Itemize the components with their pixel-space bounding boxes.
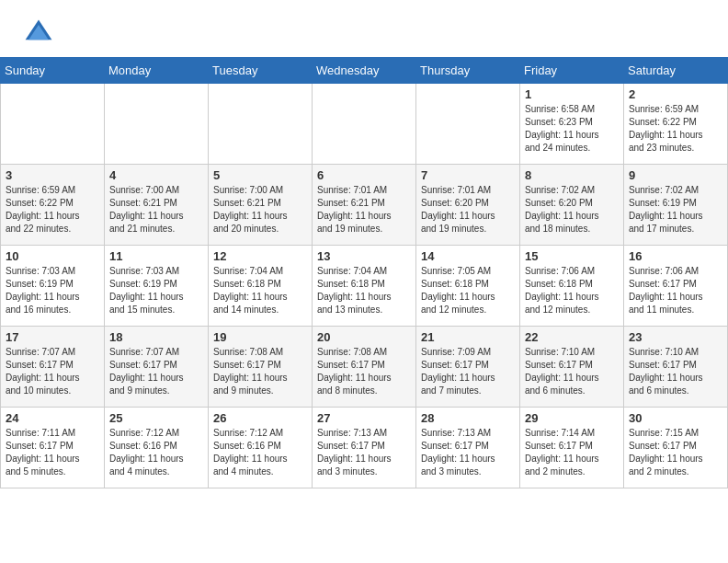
day-info: Sunrise: 7:04 AM Sunset: 6:18 PM Dayligh… [213,265,307,316]
calendar-cell: 30Sunrise: 7:15 AM Sunset: 6:17 PM Dayli… [624,408,728,488]
day-info: Sunrise: 7:01 AM Sunset: 6:20 PM Dayligh… [421,184,515,236]
calendar-cell: 21Sunrise: 7:09 AM Sunset: 6:17 PM Dayli… [416,327,520,408]
calendar-cell: 26Sunrise: 7:12 AM Sunset: 6:16 PM Dayli… [209,408,313,488]
day-info: Sunrise: 7:05 AM Sunset: 6:18 PM Dayligh… [421,265,515,316]
calendar-cell: 13Sunrise: 7:04 AM Sunset: 6:18 PM Dayli… [313,246,416,327]
day-info: Sunrise: 7:07 AM Sunset: 6:17 PM Dayligh… [6,346,99,397]
day-number: 13 [317,249,411,263]
calendar-cell: 24Sunrise: 7:11 AM Sunset: 6:17 PM Dayli… [1,408,105,488]
calendar-cell: 18Sunrise: 7:07 AM Sunset: 6:17 PM Dayli… [105,327,209,408]
calendar-week-row: 10Sunrise: 7:03 AM Sunset: 6:19 PM Dayli… [1,246,728,327]
weekday-header: Sunday [1,58,105,84]
calendar-cell [1,84,105,165]
calendar-cell: 25Sunrise: 7:12 AM Sunset: 6:16 PM Dayli… [105,408,209,488]
day-info: Sunrise: 7:09 AM Sunset: 6:17 PM Dayligh… [421,346,515,397]
calendar-cell: 15Sunrise: 7:06 AM Sunset: 6:18 PM Dayli… [520,246,624,327]
day-info: Sunrise: 7:00 AM Sunset: 6:21 PM Dayligh… [213,184,307,236]
calendar-cell: 10Sunrise: 7:03 AM Sunset: 6:19 PM Dayli… [1,246,105,327]
day-info: Sunrise: 7:11 AM Sunset: 6:17 PM Dayligh… [6,427,99,478]
calendar-cell: 17Sunrise: 7:07 AM Sunset: 6:17 PM Dayli… [1,327,105,408]
day-number: 20 [317,330,411,344]
day-number: 30 [629,411,722,425]
day-info: Sunrise: 7:06 AM Sunset: 6:17 PM Dayligh… [629,265,722,316]
day-info: Sunrise: 7:08 AM Sunset: 6:17 PM Dayligh… [317,346,411,397]
day-number: 6 [317,168,411,182]
day-info: Sunrise: 6:59 AM Sunset: 6:22 PM Dayligh… [6,184,99,236]
calendar-cell: 22Sunrise: 7:10 AM Sunset: 6:17 PM Dayli… [520,327,624,408]
weekday-header: Friday [520,58,624,84]
day-number: 22 [525,330,619,344]
day-number: 1 [525,87,619,101]
day-number: 9 [629,168,722,182]
day-number: 12 [213,249,307,263]
day-number: 3 [6,168,99,182]
calendar-cell: 28Sunrise: 7:13 AM Sunset: 6:17 PM Dayli… [416,408,520,488]
logo [22,17,59,50]
day-number: 16 [629,249,722,263]
weekday-header-row: SundayMondayTuesdayWednesdayThursdayFrid… [1,58,728,84]
calendar-cell: 20Sunrise: 7:08 AM Sunset: 6:17 PM Dayli… [313,327,416,408]
calendar-cell: 16Sunrise: 7:06 AM Sunset: 6:17 PM Dayli… [624,246,728,327]
day-number: 4 [109,168,203,182]
day-number: 26 [213,411,307,425]
day-info: Sunrise: 7:13 AM Sunset: 6:17 PM Dayligh… [421,427,515,478]
day-number: 7 [421,168,515,182]
calendar-cell: 14Sunrise: 7:05 AM Sunset: 6:18 PM Dayli… [416,246,520,327]
calendar-cell [416,84,520,165]
calendar-cell [209,84,313,165]
day-number: 21 [421,330,515,344]
day-number: 19 [213,330,307,344]
weekday-header: Tuesday [209,58,313,84]
day-info: Sunrise: 7:01 AM Sunset: 6:21 PM Dayligh… [317,184,411,236]
day-info: Sunrise: 7:14 AM Sunset: 6:17 PM Dayligh… [525,427,619,478]
calendar-cell: 7Sunrise: 7:01 AM Sunset: 6:20 PM Daylig… [416,165,520,246]
weekday-header: Wednesday [313,58,416,84]
day-info: Sunrise: 7:00 AM Sunset: 6:21 PM Dayligh… [109,184,203,236]
calendar-cell: 4Sunrise: 7:00 AM Sunset: 6:21 PM Daylig… [105,165,209,246]
day-info: Sunrise: 7:12 AM Sunset: 6:16 PM Dayligh… [213,427,307,478]
calendar-cell: 23Sunrise: 7:10 AM Sunset: 6:17 PM Dayli… [624,327,728,408]
day-info: Sunrise: 7:06 AM Sunset: 6:18 PM Dayligh… [525,265,619,316]
weekday-header: Thursday [416,58,520,84]
day-info: Sunrise: 7:10 AM Sunset: 6:17 PM Dayligh… [629,346,722,397]
calendar-cell: 27Sunrise: 7:13 AM Sunset: 6:17 PM Dayli… [313,408,416,488]
day-number: 29 [525,411,619,425]
calendar-cell: 11Sunrise: 7:03 AM Sunset: 6:19 PM Dayli… [105,246,209,327]
day-number: 2 [629,87,722,101]
weekday-header: Saturday [624,58,728,84]
day-info: Sunrise: 7:04 AM Sunset: 6:18 PM Dayligh… [317,265,411,316]
calendar-cell: 9Sunrise: 7:02 AM Sunset: 6:19 PM Daylig… [624,165,728,246]
day-number: 28 [421,411,515,425]
page-header [0,0,728,57]
day-info: Sunrise: 7:08 AM Sunset: 6:17 PM Dayligh… [213,346,307,397]
calendar-week-row: 24Sunrise: 7:11 AM Sunset: 6:17 PM Dayli… [1,408,728,488]
day-info: Sunrise: 7:03 AM Sunset: 6:19 PM Dayligh… [109,265,203,316]
calendar-cell [105,84,209,165]
day-number: 5 [213,168,307,182]
day-info: Sunrise: 7:15 AM Sunset: 6:17 PM Dayligh… [629,427,722,478]
calendar-cell: 6Sunrise: 7:01 AM Sunset: 6:21 PM Daylig… [313,165,416,246]
day-info: Sunrise: 7:13 AM Sunset: 6:17 PM Dayligh… [317,427,411,478]
day-info: Sunrise: 7:10 AM Sunset: 6:17 PM Dayligh… [525,346,619,397]
calendar-cell: 2Sunrise: 6:59 AM Sunset: 6:22 PM Daylig… [624,84,728,165]
weekday-header: Monday [105,58,209,84]
day-number: 25 [109,411,203,425]
calendar-cell: 1Sunrise: 6:58 AM Sunset: 6:23 PM Daylig… [520,84,624,165]
calendar-week-row: 3Sunrise: 6:59 AM Sunset: 6:22 PM Daylig… [1,165,728,246]
calendar-week-row: 1Sunrise: 6:58 AM Sunset: 6:23 PM Daylig… [1,84,728,165]
day-number: 8 [525,168,619,182]
calendar: SundayMondayTuesdayWednesdayThursdayFrid… [0,57,728,488]
day-info: Sunrise: 6:59 AM Sunset: 6:22 PM Dayligh… [629,103,722,155]
day-info: Sunrise: 7:02 AM Sunset: 6:19 PM Dayligh… [629,184,722,236]
calendar-cell: 5Sunrise: 7:00 AM Sunset: 6:21 PM Daylig… [209,165,313,246]
day-number: 24 [6,411,99,425]
day-info: Sunrise: 7:12 AM Sunset: 6:16 PM Dayligh… [109,427,203,478]
calendar-cell: 8Sunrise: 7:02 AM Sunset: 6:20 PM Daylig… [520,165,624,246]
calendar-cell [313,84,416,165]
day-number: 10 [6,249,99,263]
day-number: 27 [317,411,411,425]
day-number: 18 [109,330,203,344]
day-number: 11 [109,249,203,263]
day-info: Sunrise: 6:58 AM Sunset: 6:23 PM Dayligh… [525,103,619,155]
day-number: 17 [6,330,99,344]
